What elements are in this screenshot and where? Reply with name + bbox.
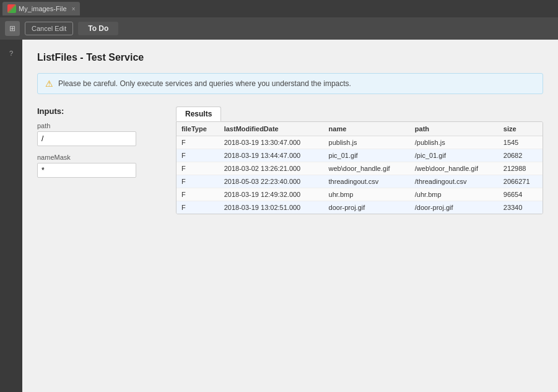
cell-fileType: F: [177, 136, 219, 149]
table-row: F2018-05-03 22:23:40.000threadingout.csv…: [177, 175, 543, 188]
col-header-path: path: [410, 122, 499, 136]
namemask-label: nameMask: [37, 154, 161, 161]
warning-text: Please be careful. Only execute services…: [58, 79, 351, 88]
path-input[interactable]: [37, 131, 136, 146]
table-row: F2018-03-19 13:30:47.000publish.js/publi…: [177, 136, 543, 149]
table-header: fileType lastModifiedDate name path size: [177, 122, 543, 136]
cell-name: uhr.bmp: [324, 188, 410, 201]
results-panel: Results fileType lastModifiedDate name p…: [176, 107, 543, 214]
results-table: fileType lastModifiedDate name path size…: [177, 122, 543, 214]
cell-path: /web\door_handle.gif: [410, 162, 499, 175]
cell-path: /uhr.bmp: [410, 188, 499, 201]
cell-name: publish.js: [324, 136, 410, 149]
cell-lastModifiedDate: 2018-03-19 12:49:32.000: [219, 188, 324, 201]
cell-fileType: F: [177, 149, 219, 162]
warning-banner: ⚠ Please be careful. Only execute servic…: [37, 73, 543, 94]
cell-path: /door-proj.gif: [410, 201, 499, 214]
results-table-container: fileType lastModifiedDate name path size…: [176, 121, 543, 214]
col-header-size: size: [499, 122, 543, 136]
cell-fileType: F: [177, 188, 219, 201]
cell-size: 2066271: [499, 175, 543, 188]
table-row: F2018-03-19 12:49:32.000uhr.bmp/uhr.bmp9…: [177, 188, 543, 201]
sidebar-icon: ?: [9, 50, 13, 57]
page-title: ListFiles - Test Service: [37, 52, 543, 63]
cell-size: 1545: [499, 136, 543, 149]
cell-size: 20682: [499, 149, 543, 162]
namemask-input[interactable]: [37, 163, 136, 178]
inputs-title: Inputs:: [37, 107, 161, 116]
cell-size: 212988: [499, 162, 543, 175]
namemask-input-group: nameMask: [37, 154, 161, 178]
tab-label: My_images-File: [19, 5, 67, 12]
results-tab[interactable]: Results: [176, 107, 221, 121]
cell-lastModifiedDate: 2018-03-02 13:26:21.000: [219, 162, 324, 175]
path-input-group: path: [37, 122, 161, 146]
tab-close-button[interactable]: ×: [72, 6, 76, 12]
col-header-lastmodified: lastModifiedDate: [219, 122, 324, 136]
col-header-name: name: [324, 122, 410, 136]
warning-icon: ⚠: [45, 79, 53, 89]
cell-name: web\door_handle.gif: [324, 162, 410, 175]
main-content-area: ListFiles - Test Service ⚠ Please be car…: [22, 40, 558, 392]
inputs-section: Inputs: path nameMask Results: [37, 107, 543, 214]
cell-fileType: F: [177, 201, 219, 214]
table-header-row: fileType lastModifiedDate name path size: [177, 122, 543, 136]
results-tab-bar: Results: [176, 107, 543, 121]
cell-size: 23340: [499, 201, 543, 214]
cell-lastModifiedDate: 2018-05-03 22:23:40.000: [219, 175, 324, 188]
table-row: F2018-03-02 13:26:21.000web\door_handle.…: [177, 162, 543, 175]
todo-button[interactable]: To Do: [78, 22, 118, 35]
main-tab[interactable]: My_images-File ×: [2, 2, 80, 15]
toolbar: ⊞ Cancel Edit To Do: [0, 17, 558, 40]
table-row: F2018-03-19 13:44:47.000pic_01.gif/pic_0…: [177, 149, 543, 162]
cell-lastModifiedDate: 2018-03-19 13:30:47.000: [219, 136, 324, 149]
grid-icon: ⊞: [9, 24, 15, 33]
cancel-edit-button[interactable]: Cancel Edit: [25, 22, 73, 35]
cell-name: door-proj.gif: [324, 201, 410, 214]
cell-fileType: F: [177, 175, 219, 188]
cell-size: 96654: [499, 188, 543, 201]
sidebar: ?: [0, 40, 22, 392]
cell-name: threadingout.csv: [324, 175, 410, 188]
cell-path: /threadingout.csv: [410, 175, 499, 188]
cell-name: pic_01.gif: [324, 149, 410, 162]
cell-path: /pic_01.gif: [410, 149, 499, 162]
main-layout: ? ListFiles - Test Service ⚠ Please be c…: [0, 40, 558, 392]
cell-path: /publish.js: [410, 136, 499, 149]
cell-fileType: F: [177, 162, 219, 175]
tab-icon: [7, 4, 16, 13]
tab-bar: My_images-File ×: [0, 0, 558, 17]
table-row: F2018-03-19 13:02:51.000door-proj.gif/do…: [177, 201, 543, 214]
table-body: F2018-03-19 13:30:47.000publish.js/publi…: [177, 136, 543, 214]
path-label: path: [37, 122, 161, 129]
cell-lastModifiedDate: 2018-03-19 13:02:51.000: [219, 201, 324, 214]
cell-lastModifiedDate: 2018-03-19 13:44:47.000: [219, 149, 324, 162]
col-header-filetype: fileType: [177, 122, 219, 136]
inputs-panel: Inputs: path nameMask: [37, 107, 161, 185]
sidebar-toggle-button[interactable]: ?: [2, 45, 20, 62]
toolbar-icon-button[interactable]: ⊞: [5, 21, 20, 36]
